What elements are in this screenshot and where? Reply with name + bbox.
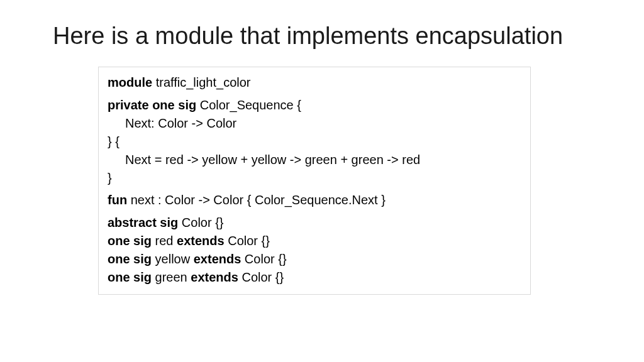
slide: Here is a module that implements encapsu… bbox=[0, 0, 644, 295]
code-block: module traffic_light_color private one s… bbox=[98, 67, 531, 295]
code-text: green bbox=[152, 270, 191, 284]
keyword: extends bbox=[191, 270, 238, 284]
code-line: Next = red -> yellow + yellow -> green +… bbox=[108, 151, 521, 169]
keyword: one sig bbox=[108, 270, 152, 284]
keyword: one sig bbox=[108, 234, 152, 248]
code-text: red bbox=[152, 234, 177, 248]
code-text: Color {} bbox=[225, 234, 270, 248]
code-text: Color_Sequence { bbox=[196, 98, 301, 112]
code-text: } { bbox=[108, 134, 119, 148]
code-line: private one sig Color_Sequence { bbox=[108, 96, 521, 114]
keyword: private one sig bbox=[108, 98, 196, 112]
keyword: fun bbox=[108, 193, 127, 207]
code-line: module traffic_light_color bbox=[108, 74, 521, 92]
code-line: one sig yellow extends Color {} bbox=[108, 250, 521, 268]
code-text: next : Color -> Color { Color_Sequence.N… bbox=[127, 193, 386, 207]
code-text: Next = red -> yellow + yellow -> green +… bbox=[125, 153, 420, 167]
code-text: } bbox=[108, 171, 112, 185]
code-line: one sig red extends Color {} bbox=[108, 232, 521, 250]
keyword: abstract sig bbox=[108, 216, 178, 229]
keyword: extends bbox=[177, 234, 225, 248]
code-line: } bbox=[108, 169, 521, 187]
code-line: } { bbox=[108, 133, 521, 151]
code-text: Next: Color -> Color bbox=[125, 116, 236, 130]
code-text: Color {} bbox=[241, 252, 286, 266]
code-text: Color {} bbox=[178, 216, 223, 229]
keyword: one sig bbox=[108, 252, 152, 266]
code-line: one sig green extends Color {} bbox=[108, 268, 521, 287]
slide-title: Here is a module that implements encapsu… bbox=[53, 21, 591, 50]
keyword: extends bbox=[194, 252, 242, 266]
code-line: abstract sig Color {} bbox=[108, 214, 521, 232]
code-text: traffic_light_color bbox=[152, 75, 250, 89]
code-line: fun next : Color -> Color { Color_Sequen… bbox=[108, 191, 521, 209]
keyword: module bbox=[108, 75, 152, 89]
code-line: Next: Color -> Color bbox=[108, 114, 521, 133]
code-text: yellow bbox=[152, 252, 194, 266]
code-text: Color {} bbox=[238, 270, 284, 284]
